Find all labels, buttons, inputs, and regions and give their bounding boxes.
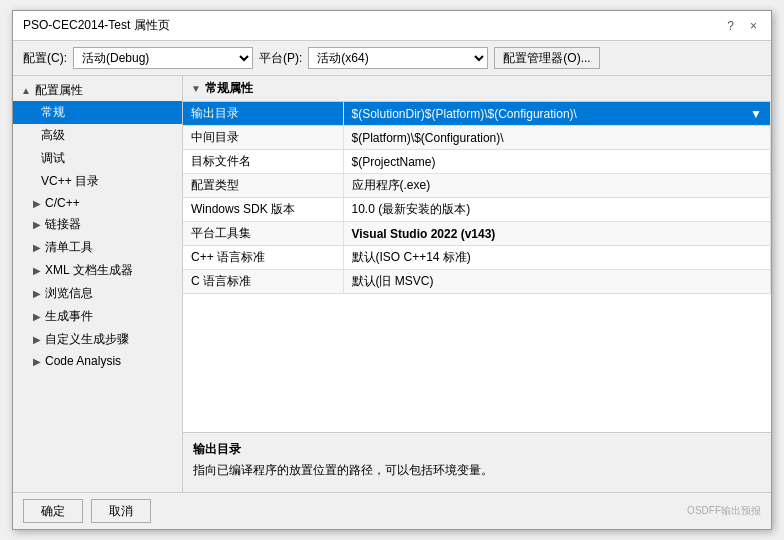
browse-arrow: ▶ xyxy=(33,288,41,299)
section-title: 配置属性 xyxy=(35,82,83,99)
sidebar-item-xml[interactable]: ▶ XML 文档生成器 xyxy=(13,259,182,282)
right-panel: ▼ 常规属性 输出目录 $(SolutionDir)$(Platform)\$(… xyxy=(183,76,771,492)
linker-arrow: ▶ xyxy=(33,219,41,230)
description-title: 输出目录 xyxy=(193,441,761,458)
props-arrow: ▼ xyxy=(191,83,201,94)
ok-button[interactable]: 确定 xyxy=(23,499,83,523)
sidebar-item-general[interactable]: 常规 xyxy=(13,101,182,124)
table-row[interactable]: 输出目录 $(SolutionDir)$(Platform)\$(Configu… xyxy=(183,102,771,126)
prop-name: Windows SDK 版本 xyxy=(183,198,343,222)
config-label: 配置(C): xyxy=(23,50,67,67)
properties-title: 常规属性 xyxy=(205,80,253,97)
sidebar-item-build-events[interactable]: ▶ 生成事件 xyxy=(13,305,182,328)
footer: 确定 取消 OSDFF输出预报 xyxy=(13,492,771,529)
sidebar-item-linker[interactable]: ▶ 链接器 xyxy=(13,213,182,236)
sidebar-item-vc-dirs[interactable]: VC++ 目录 xyxy=(13,170,182,193)
prop-value: 默认(旧 MSVC) xyxy=(343,270,771,294)
section-arrow: ▲ xyxy=(21,85,31,96)
title-controls: ? × xyxy=(723,19,761,33)
dialog-title: PSO-CEC2014-Test 属性页 xyxy=(23,17,170,34)
xml-arrow: ▶ xyxy=(33,265,41,276)
prop-value: $(ProjectName) xyxy=(343,150,771,174)
sidebar-item-advanced[interactable]: 高级 xyxy=(13,124,182,147)
prop-name: 中间目录 xyxy=(183,126,343,150)
table-row[interactable]: C++ 语言标准 默认(ISO C++14 标准) xyxy=(183,246,771,270)
sidebar-item-custom-build[interactable]: ▶ 自定义生成步骤 xyxy=(13,328,182,351)
prop-value: $(SolutionDir)$(Platform)\$(Configuratio… xyxy=(343,102,771,126)
manifest-arrow: ▶ xyxy=(33,242,41,253)
cpp-arrow: ▶ xyxy=(33,198,41,209)
platform-label: 平台(P): xyxy=(259,50,302,67)
prop-name: C++ 语言标准 xyxy=(183,246,343,270)
prop-name: 平台工具集 xyxy=(183,222,343,246)
custom-build-arrow: ▶ xyxy=(33,334,41,345)
sidebar-item-code-analysis[interactable]: ▶ Code Analysis xyxy=(13,351,182,371)
prop-value: Visual Studio 2022 (v143) xyxy=(343,222,771,246)
sidebar-item-manifest[interactable]: ▶ 清单工具 xyxy=(13,236,182,259)
tree-section-header: ▲ 配置属性 xyxy=(13,80,182,101)
properties-header: ▼ 常规属性 xyxy=(183,76,771,102)
properties-grid: 输出目录 $(SolutionDir)$(Platform)\$(Configu… xyxy=(183,102,771,294)
code-analysis-arrow: ▶ xyxy=(33,356,41,367)
config-select[interactable]: 活动(Debug) xyxy=(73,47,253,69)
platform-select[interactable]: 活动(x64) xyxy=(308,47,488,69)
properties-table: 输出目录 $(SolutionDir)$(Platform)\$(Configu… xyxy=(183,102,771,432)
title-bar: PSO-CEC2014-Test 属性页 ? × xyxy=(13,11,771,41)
help-button[interactable]: ? xyxy=(723,19,738,33)
table-row[interactable]: 平台工具集 Visual Studio 2022 (v143) xyxy=(183,222,771,246)
content-area: ▲ 配置属性 常规 高级 调试 VC++ 目录 ▶ C/C++ ▶ 链接器 ▶ … xyxy=(13,76,771,492)
close-button[interactable]: × xyxy=(746,19,761,33)
table-row[interactable]: 配置类型 应用程序(.exe) xyxy=(183,174,771,198)
sidebar-item-debug[interactable]: 调试 xyxy=(13,147,182,170)
table-row[interactable]: Windows SDK 版本 10.0 (最新安装的版本) xyxy=(183,198,771,222)
prop-name: 目标文件名 xyxy=(183,150,343,174)
description-panel: 输出目录 指向已编译程序的放置位置的路径，可以包括环境变量。 xyxy=(183,432,771,492)
dialog: PSO-CEC2014-Test 属性页 ? × 配置(C): 活动(Debug… xyxy=(12,10,772,530)
build-events-arrow: ▶ xyxy=(33,311,41,322)
left-panel: ▲ 配置属性 常规 高级 调试 VC++ 目录 ▶ C/C++ ▶ 链接器 ▶ … xyxy=(13,76,183,492)
prop-value: 应用程序(.exe) xyxy=(343,174,771,198)
sidebar-item-browse[interactable]: ▶ 浏览信息 xyxy=(13,282,182,305)
table-row[interactable]: 目标文件名 $(ProjectName) xyxy=(183,150,771,174)
description-text: 指向已编译程序的放置位置的路径，可以包括环境变量。 xyxy=(193,462,761,479)
prop-name: 输出目录 xyxy=(183,102,343,126)
prop-value: $(Platform)\$(Configuration)\ xyxy=(343,126,771,150)
sidebar-item-cpp[interactable]: ▶ C/C++ xyxy=(13,193,182,213)
table-row[interactable]: C 语言标准 默认(旧 MSVC) xyxy=(183,270,771,294)
cancel-button[interactable]: 取消 xyxy=(91,499,151,523)
prop-value: 10.0 (最新安装的版本) xyxy=(343,198,771,222)
prop-name: 配置类型 xyxy=(183,174,343,198)
toolbar: 配置(C): 活动(Debug) 平台(P): 活动(x64) 配置管理器(O)… xyxy=(13,41,771,76)
config-manager-button[interactable]: 配置管理器(O)... xyxy=(494,47,599,69)
table-row[interactable]: 中间目录 $(Platform)\$(Configuration)\ xyxy=(183,126,771,150)
prop-value: 默认(ISO C++14 标准) xyxy=(343,246,771,270)
watermark: OSDFF输出预报 xyxy=(687,504,761,518)
prop-name: C 语言标准 xyxy=(183,270,343,294)
